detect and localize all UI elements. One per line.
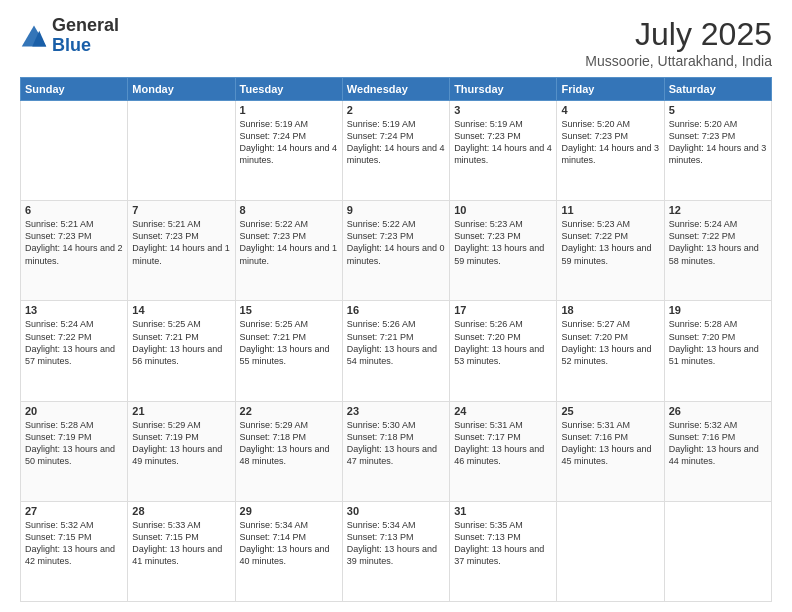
calendar-cell: 18Sunrise: 5:27 AM Sunset: 7:20 PM Dayli… bbox=[557, 301, 664, 401]
calendar-cell: 9Sunrise: 5:22 AM Sunset: 7:23 PM Daylig… bbox=[342, 201, 449, 301]
day-number: 5 bbox=[669, 104, 767, 116]
day-number: 7 bbox=[132, 204, 230, 216]
calendar-cell: 10Sunrise: 5:23 AM Sunset: 7:23 PM Dayli… bbox=[450, 201, 557, 301]
day-number: 29 bbox=[240, 505, 338, 517]
calendar-cell: 22Sunrise: 5:29 AM Sunset: 7:18 PM Dayli… bbox=[235, 401, 342, 501]
calendar-cell: 5Sunrise: 5:20 AM Sunset: 7:23 PM Daylig… bbox=[664, 101, 771, 201]
calendar-week-row: 27Sunrise: 5:32 AM Sunset: 7:15 PM Dayli… bbox=[21, 501, 772, 601]
calendar-cell: 29Sunrise: 5:34 AM Sunset: 7:14 PM Dayli… bbox=[235, 501, 342, 601]
day-info: Sunrise: 5:35 AM Sunset: 7:13 PM Dayligh… bbox=[454, 519, 552, 568]
day-info: Sunrise: 5:29 AM Sunset: 7:18 PM Dayligh… bbox=[240, 419, 338, 468]
calendar-cell: 20Sunrise: 5:28 AM Sunset: 7:19 PM Dayli… bbox=[21, 401, 128, 501]
day-info: Sunrise: 5:26 AM Sunset: 7:21 PM Dayligh… bbox=[347, 318, 445, 367]
day-info: Sunrise: 5:22 AM Sunset: 7:23 PM Dayligh… bbox=[347, 218, 445, 267]
calendar-cell: 21Sunrise: 5:29 AM Sunset: 7:19 PM Dayli… bbox=[128, 401, 235, 501]
logo-icon bbox=[20, 22, 48, 50]
day-number: 13 bbox=[25, 304, 123, 316]
calendar-cell: 13Sunrise: 5:24 AM Sunset: 7:22 PM Dayli… bbox=[21, 301, 128, 401]
day-number: 30 bbox=[347, 505, 445, 517]
calendar-cell: 19Sunrise: 5:28 AM Sunset: 7:20 PM Dayli… bbox=[664, 301, 771, 401]
day-info: Sunrise: 5:29 AM Sunset: 7:19 PM Dayligh… bbox=[132, 419, 230, 468]
calendar-cell: 17Sunrise: 5:26 AM Sunset: 7:20 PM Dayli… bbox=[450, 301, 557, 401]
day-info: Sunrise: 5:21 AM Sunset: 7:23 PM Dayligh… bbox=[132, 218, 230, 267]
month-title: July 2025 bbox=[585, 16, 772, 53]
day-number: 11 bbox=[561, 204, 659, 216]
day-info: Sunrise: 5:34 AM Sunset: 7:14 PM Dayligh… bbox=[240, 519, 338, 568]
day-info: Sunrise: 5:25 AM Sunset: 7:21 PM Dayligh… bbox=[132, 318, 230, 367]
day-number: 25 bbox=[561, 405, 659, 417]
title-block: July 2025 Mussoorie, Uttarakhand, India bbox=[585, 16, 772, 69]
col-wednesday: Wednesday bbox=[342, 78, 449, 101]
calendar-cell: 31Sunrise: 5:35 AM Sunset: 7:13 PM Dayli… bbox=[450, 501, 557, 601]
calendar-cell: 28Sunrise: 5:33 AM Sunset: 7:15 PM Dayli… bbox=[128, 501, 235, 601]
day-info: Sunrise: 5:31 AM Sunset: 7:16 PM Dayligh… bbox=[561, 419, 659, 468]
calendar-week-row: 13Sunrise: 5:24 AM Sunset: 7:22 PM Dayli… bbox=[21, 301, 772, 401]
day-info: Sunrise: 5:34 AM Sunset: 7:13 PM Dayligh… bbox=[347, 519, 445, 568]
day-number: 21 bbox=[132, 405, 230, 417]
day-number: 4 bbox=[561, 104, 659, 116]
day-number: 15 bbox=[240, 304, 338, 316]
calendar-cell: 14Sunrise: 5:25 AM Sunset: 7:21 PM Dayli… bbox=[128, 301, 235, 401]
day-number: 6 bbox=[25, 204, 123, 216]
calendar-cell: 27Sunrise: 5:32 AM Sunset: 7:15 PM Dayli… bbox=[21, 501, 128, 601]
day-info: Sunrise: 5:20 AM Sunset: 7:23 PM Dayligh… bbox=[669, 118, 767, 167]
day-number: 8 bbox=[240, 204, 338, 216]
day-info: Sunrise: 5:26 AM Sunset: 7:20 PM Dayligh… bbox=[454, 318, 552, 367]
day-info: Sunrise: 5:19 AM Sunset: 7:24 PM Dayligh… bbox=[240, 118, 338, 167]
day-info: Sunrise: 5:31 AM Sunset: 7:17 PM Dayligh… bbox=[454, 419, 552, 468]
calendar-week-row: 20Sunrise: 5:28 AM Sunset: 7:19 PM Dayli… bbox=[21, 401, 772, 501]
calendar-cell: 25Sunrise: 5:31 AM Sunset: 7:16 PM Dayli… bbox=[557, 401, 664, 501]
day-number: 23 bbox=[347, 405, 445, 417]
calendar-cell: 30Sunrise: 5:34 AM Sunset: 7:13 PM Dayli… bbox=[342, 501, 449, 601]
day-info: Sunrise: 5:33 AM Sunset: 7:15 PM Dayligh… bbox=[132, 519, 230, 568]
day-info: Sunrise: 5:24 AM Sunset: 7:22 PM Dayligh… bbox=[669, 218, 767, 267]
calendar-table: Sunday Monday Tuesday Wednesday Thursday… bbox=[20, 77, 772, 602]
day-number: 1 bbox=[240, 104, 338, 116]
day-number: 2 bbox=[347, 104, 445, 116]
day-info: Sunrise: 5:28 AM Sunset: 7:20 PM Dayligh… bbox=[669, 318, 767, 367]
day-number: 24 bbox=[454, 405, 552, 417]
day-info: Sunrise: 5:25 AM Sunset: 7:21 PM Dayligh… bbox=[240, 318, 338, 367]
calendar-cell: 1Sunrise: 5:19 AM Sunset: 7:24 PM Daylig… bbox=[235, 101, 342, 201]
day-number: 31 bbox=[454, 505, 552, 517]
calendar-cell bbox=[664, 501, 771, 601]
calendar-cell: 3Sunrise: 5:19 AM Sunset: 7:23 PM Daylig… bbox=[450, 101, 557, 201]
day-number: 22 bbox=[240, 405, 338, 417]
col-thursday: Thursday bbox=[450, 78, 557, 101]
day-number: 3 bbox=[454, 104, 552, 116]
calendar-cell: 11Sunrise: 5:23 AM Sunset: 7:22 PM Dayli… bbox=[557, 201, 664, 301]
calendar-cell bbox=[21, 101, 128, 201]
col-friday: Friday bbox=[557, 78, 664, 101]
calendar-cell: 6Sunrise: 5:21 AM Sunset: 7:23 PM Daylig… bbox=[21, 201, 128, 301]
day-number: 12 bbox=[669, 204, 767, 216]
day-info: Sunrise: 5:27 AM Sunset: 7:20 PM Dayligh… bbox=[561, 318, 659, 367]
day-info: Sunrise: 5:23 AM Sunset: 7:22 PM Dayligh… bbox=[561, 218, 659, 267]
day-info: Sunrise: 5:32 AM Sunset: 7:16 PM Dayligh… bbox=[669, 419, 767, 468]
day-number: 9 bbox=[347, 204, 445, 216]
calendar-cell: 15Sunrise: 5:25 AM Sunset: 7:21 PM Dayli… bbox=[235, 301, 342, 401]
calendar-cell: 26Sunrise: 5:32 AM Sunset: 7:16 PM Dayli… bbox=[664, 401, 771, 501]
day-number: 17 bbox=[454, 304, 552, 316]
day-number: 28 bbox=[132, 505, 230, 517]
day-info: Sunrise: 5:24 AM Sunset: 7:22 PM Dayligh… bbox=[25, 318, 123, 367]
calendar-cell: 2Sunrise: 5:19 AM Sunset: 7:24 PM Daylig… bbox=[342, 101, 449, 201]
calendar-week-row: 6Sunrise: 5:21 AM Sunset: 7:23 PM Daylig… bbox=[21, 201, 772, 301]
logo-text: General Blue bbox=[52, 16, 119, 56]
col-monday: Monday bbox=[128, 78, 235, 101]
day-info: Sunrise: 5:23 AM Sunset: 7:23 PM Dayligh… bbox=[454, 218, 552, 267]
day-number: 10 bbox=[454, 204, 552, 216]
day-number: 20 bbox=[25, 405, 123, 417]
day-info: Sunrise: 5:30 AM Sunset: 7:18 PM Dayligh… bbox=[347, 419, 445, 468]
calendar-cell bbox=[128, 101, 235, 201]
calendar-cell: 23Sunrise: 5:30 AM Sunset: 7:18 PM Dayli… bbox=[342, 401, 449, 501]
calendar-header-row: Sunday Monday Tuesday Wednesday Thursday… bbox=[21, 78, 772, 101]
calendar-cell: 4Sunrise: 5:20 AM Sunset: 7:23 PM Daylig… bbox=[557, 101, 664, 201]
day-number: 19 bbox=[669, 304, 767, 316]
col-saturday: Saturday bbox=[664, 78, 771, 101]
page-header: General Blue July 2025 Mussoorie, Uttara… bbox=[20, 16, 772, 69]
calendar-cell bbox=[557, 501, 664, 601]
calendar-week-row: 1Sunrise: 5:19 AM Sunset: 7:24 PM Daylig… bbox=[21, 101, 772, 201]
logo: General Blue bbox=[20, 16, 119, 56]
calendar-cell: 12Sunrise: 5:24 AM Sunset: 7:22 PM Dayli… bbox=[664, 201, 771, 301]
day-info: Sunrise: 5:32 AM Sunset: 7:15 PM Dayligh… bbox=[25, 519, 123, 568]
